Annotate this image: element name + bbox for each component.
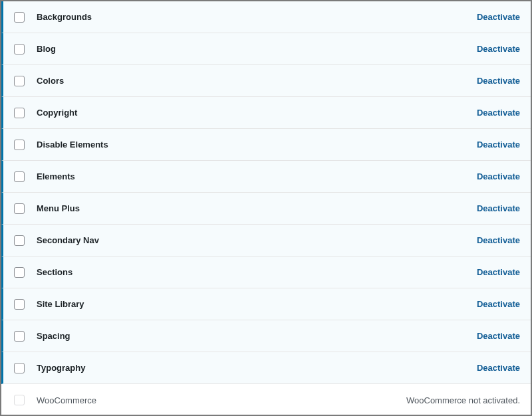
deactivate-link[interactable]: Deactivate [477, 44, 520, 54]
module-name: Disable Elements [37, 140, 477, 150]
module-checkbox[interactable] [14, 44, 25, 54]
deactivate-link[interactable]: Deactivate [477, 12, 520, 22]
module-checkbox[interactable] [14, 203, 25, 214]
module-list: BackgroundsDeactivateBlogDeactivateColor… [1, 1, 531, 416]
module-row: CopyrightDeactivate [1, 97, 531, 129]
module-checkbox[interactable] [14, 12, 25, 23]
deactivate-link[interactable]: Deactivate [477, 203, 520, 213]
module-row: Menu PlusDeactivate [1, 193, 531, 225]
module-row: ColorsDeactivate [1, 65, 531, 97]
deactivate-link[interactable]: Deactivate [477, 363, 520, 373]
deactivate-link[interactable]: Deactivate [477, 235, 520, 245]
module-checkbox[interactable] [14, 171, 25, 182]
deactivate-link[interactable]: Deactivate [477, 108, 520, 118]
module-name: Elements [37, 171, 477, 181]
module-name: Typography [37, 363, 477, 373]
module-checkbox[interactable] [14, 235, 25, 246]
deactivate-link[interactable]: Deactivate [477, 76, 520, 86]
deactivate-link[interactable]: Deactivate [477, 171, 520, 181]
module-name: Backgrounds [37, 12, 477, 22]
module-name: Spacing [37, 331, 477, 341]
module-name: WooCommerce [37, 395, 406, 405]
module-row: WooCommerceWooCommerce not activated. [1, 384, 531, 416]
deactivate-link[interactable]: Deactivate [477, 299, 520, 309]
module-name: Colors [37, 76, 477, 86]
deactivate-link[interactable]: Deactivate [477, 140, 520, 150]
module-checkbox [14, 395, 25, 405]
module-checkbox[interactable] [14, 108, 25, 118]
module-name: Blog [37, 44, 477, 54]
module-row: BlogDeactivate [1, 33, 531, 65]
module-row: TypographyDeactivate [1, 352, 531, 384]
module-checkbox[interactable] [14, 76, 25, 86]
module-checkbox[interactable] [14, 140, 25, 150]
module-checkbox[interactable] [14, 267, 25, 278]
module-checkbox[interactable] [14, 363, 25, 373]
module-checkbox[interactable] [14, 299, 25, 310]
module-name: Copyright [37, 108, 477, 118]
module-row: ElementsDeactivate [1, 161, 531, 193]
module-name: Sections [37, 267, 477, 277]
module-row: BackgroundsDeactivate [1, 1, 531, 33]
module-name: Menu Plus [37, 203, 477, 213]
module-row: Secondary NavDeactivate [1, 225, 531, 257]
module-row: Site LibraryDeactivate [1, 288, 531, 320]
module-name: Secondary Nav [37, 235, 477, 245]
module-checkbox[interactable] [14, 331, 25, 342]
module-name: Site Library [37, 299, 477, 309]
deactivate-link[interactable]: Deactivate [477, 331, 520, 341]
module-row: SpacingDeactivate [1, 320, 531, 352]
module-row: Disable ElementsDeactivate [1, 129, 531, 161]
deactivate-link[interactable]: Deactivate [477, 267, 520, 277]
module-status: WooCommerce not activated. [406, 395, 520, 405]
module-row: SectionsDeactivate [1, 257, 531, 288]
